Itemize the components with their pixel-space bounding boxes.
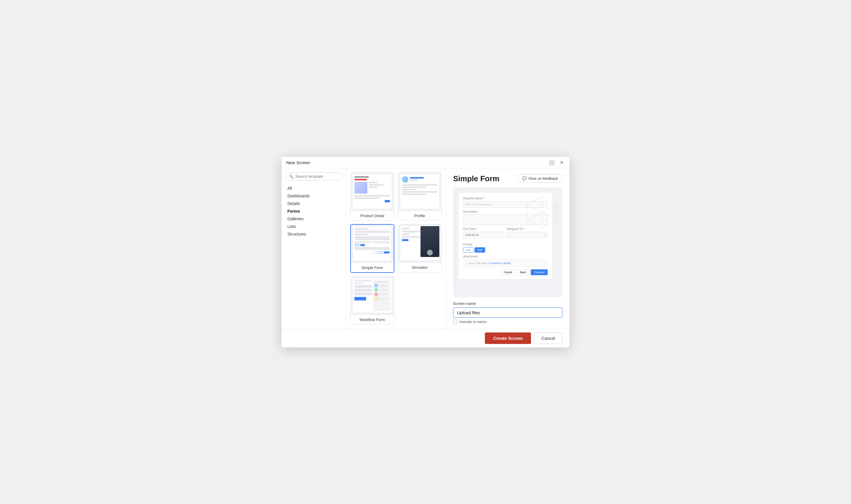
close-button[interactable]: ✕ <box>559 160 565 166</box>
template-thumb-simple-form <box>351 225 394 263</box>
attachment-text: Drop a file here or browse to upload <box>468 262 510 265</box>
preview-title: Simple Form <box>453 174 499 183</box>
include-menu-checkbox[interactable] <box>453 320 457 324</box>
nav-item-all[interactable]: All <box>285 184 342 192</box>
create-screen-button[interactable]: Create Screen <box>485 332 531 344</box>
screen-name-section: Screen name Include in menu <box>453 301 563 324</box>
due-date-value: 2018-06-31 <box>465 234 479 236</box>
assigned-to-col: Assigned To * - ▾ <box>507 227 548 240</box>
due-date-label: Due Date * <box>463 227 504 231</box>
feedback-label: Give us feedback <box>529 176 558 181</box>
template-grid: Product Detail <box>346 168 446 329</box>
priority-label: Priority <box>463 243 548 246</box>
form-back-btn: Back <box>517 269 529 275</box>
feedback-button[interactable]: 💬 Give us feedback <box>518 174 563 183</box>
priority-low-btn: Low <box>463 247 473 253</box>
template-card-profile[interactable]: Profile <box>398 173 442 220</box>
new-screen-dialog: New Screen ⬜ ✕ 🔍 All Dashboards Details … <box>282 157 569 347</box>
template-thumb-simulator <box>398 224 442 263</box>
search-icon: 🔍 <box>289 174 294 179</box>
dialog-footer: Create Screen Cancel <box>282 329 569 347</box>
template-thumb-product-detail <box>351 173 394 211</box>
template-card-simple-form[interactable]: Simple Form <box>350 224 394 273</box>
screen-name-input[interactable] <box>453 307 563 318</box>
right-panel: Simple Form 💬 Give us feedback <box>446 168 569 329</box>
search-input[interactable] <box>295 174 338 179</box>
svg-line-4 <box>527 212 542 220</box>
assigned-to-select: - ▾ <box>507 232 548 238</box>
footer-cancel-button[interactable]: Cancel <box>534 332 563 344</box>
titlebar-controls: ⬜ ✕ <box>547 160 565 166</box>
left-panel: 🔍 All Dashboards Details Forms Galleries… <box>282 168 346 329</box>
nav-item-galleries[interactable]: Galleries <box>285 215 342 223</box>
right-panel-header: Simple Form 💬 Give us feedback <box>453 174 563 183</box>
priority-row: Low High <box>463 247 548 253</box>
nav-item-dashboards[interactable]: Dashboards <box>285 192 342 200</box>
attachment-area: ○ Drop a file here or browse to upload <box>463 259 548 267</box>
svg-line-2 <box>542 205 556 212</box>
nav-item-structures[interactable]: Structures <box>285 230 342 238</box>
feedback-icon: 💬 <box>522 176 527 181</box>
template-label-product-detail: Product Detail <box>351 211 394 220</box>
include-menu-row: Include in menu <box>453 320 563 324</box>
template-label-simple-form: Simple Form <box>351 263 394 272</box>
template-label-workflow-form: Workflow Form <box>351 315 394 324</box>
assigned-to-value: - <box>509 234 510 236</box>
template-card-simulator[interactable]: Simulator <box>398 224 442 273</box>
nav-item-forms[interactable]: Forms <box>285 208 342 215</box>
dialog-body: 🔍 All Dashboards Details Forms Galleries… <box>282 168 569 329</box>
template-card-product-detail[interactable]: Product Detail <box>350 173 394 220</box>
priority-high-btn: High <box>475 247 485 253</box>
dialog-titlebar: New Screen ⬜ ✕ <box>282 157 569 168</box>
screen-name-label: Screen name <box>453 301 563 306</box>
search-bar[interactable]: 🔍 <box>285 173 342 180</box>
form-actions: Cancel Back Continue <box>463 269 548 275</box>
dialog-title: New Screen <box>286 160 310 165</box>
template-card-workflow-form[interactable]: Workflow Form <box>350 276 394 325</box>
form-cancel-btn: Cancel <box>501 269 515 275</box>
decoration-3d-icon <box>524 193 560 229</box>
nav-item-details[interactable]: Details <box>285 200 342 208</box>
template-thumb-profile <box>398 173 442 211</box>
restore-button[interactable]: ⬜ <box>547 160 556 166</box>
form-continue-btn: Continue <box>531 269 548 275</box>
nav-item-lists[interactable]: Lists <box>285 223 342 230</box>
svg-line-5 <box>542 212 556 220</box>
due-assigned-row: Due Date * 2018-06-31 Assigned To * - ▾ <box>463 227 548 240</box>
svg-line-3 <box>527 205 542 212</box>
preview-box: Request Name * Enter short description. … <box>453 187 563 297</box>
include-menu-label: Include in menu <box>460 320 486 324</box>
template-label-simulator: Simulator <box>398 263 442 272</box>
template-thumb-workflow-form <box>351 277 394 315</box>
due-date-col: Due Date * 2018-06-31 <box>463 227 504 240</box>
attachment-label: Attachment <box>463 255 548 258</box>
request-name-placeholder: Enter short description. <box>465 203 493 206</box>
template-label-profile: Profile <box>398 211 442 220</box>
due-date-input: 2018-06-31 <box>463 232 504 238</box>
